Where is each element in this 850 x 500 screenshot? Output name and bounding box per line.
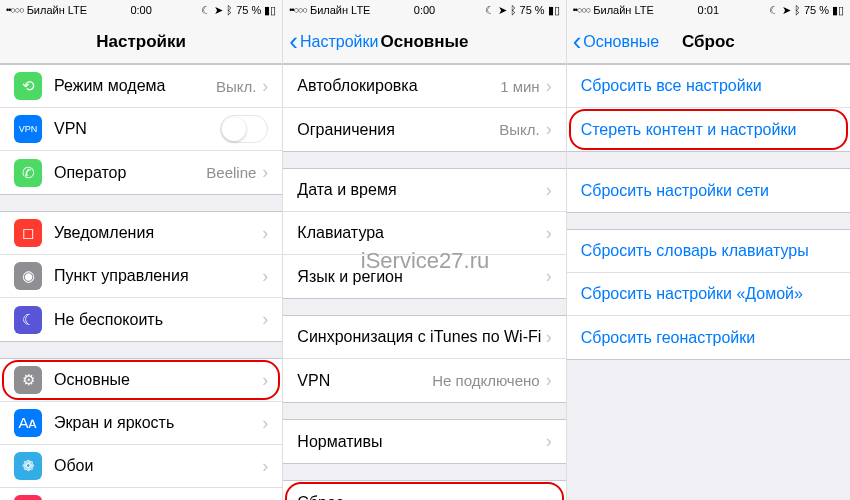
settings-group: Синхронизация с iTunes по Wi-Fi›VPNНе по… [283, 315, 565, 403]
row-label: Сбросить все настройки [581, 77, 836, 95]
settings-row[interactable]: VPNНе подключено› [283, 359, 565, 402]
dnd-status-icon: ☾ [201, 4, 211, 17]
row-value: Выкл. [499, 121, 539, 138]
back-label: Основные [583, 33, 659, 51]
settings-group: Сбросить словарь клавиатурыСбросить наст… [567, 229, 850, 360]
row-label: Сбросить словарь клавиатуры [581, 242, 836, 260]
settings-list: Автоблокировка1 мин›ОграниченияВыкл.›Дат… [283, 64, 565, 500]
settings-row[interactable]: Сбросить словарь клавиатуры [567, 230, 850, 273]
row-label: Обои [54, 457, 262, 475]
row-label: Автоблокировка [297, 77, 500, 95]
settings-row[interactable]: Сбросить геонастройки [567, 316, 850, 359]
status-bar: ••○○○БилайнLTE0:00☾➤ᛒ75 %▮▯ [283, 0, 565, 20]
chevron-right-icon: › [262, 223, 268, 244]
nav-bar: ‹НастройкиОсновные [283, 20, 565, 64]
carrier-label: Билайн [593, 4, 631, 16]
row-label: Сброс [297, 494, 545, 501]
carrier-label: Билайн [27, 4, 65, 16]
chevron-right-icon: › [262, 370, 268, 391]
chevron-right-icon: › [262, 413, 268, 434]
chevron-left-icon: ‹ [289, 26, 298, 57]
status-bar: ••○○○БилайнLTE0:00☾➤ᛒ75 %▮▯ [0, 0, 282, 20]
settings-row[interactable]: VPNVPN [0, 108, 282, 151]
settings-row[interactable]: ⚙Основные› [0, 359, 282, 402]
settings-row[interactable]: Сбросить настройки «Домой» [567, 273, 850, 316]
row-label: Пункт управления [54, 267, 262, 285]
wallpaper-icon: ❁ [14, 452, 42, 480]
signal-icon: ••○○○ [6, 5, 24, 15]
row-label: VPN [297, 372, 432, 390]
row-label: Оператор [54, 164, 206, 182]
settings-group: Автоблокировка1 мин›ОграниченияВыкл.› [283, 64, 565, 152]
bluetooth-icon: ᛒ [226, 4, 233, 16]
settings-row[interactable]: Сбросить все настройки [567, 65, 850, 108]
settings-row[interactable]: ОграниченияВыкл.› [283, 108, 565, 151]
chevron-right-icon: › [262, 456, 268, 477]
settings-row[interactable]: ☾Не беспокоить› [0, 298, 282, 341]
chevron-right-icon: › [546, 223, 552, 244]
row-label: Дата и время [297, 181, 545, 199]
settings-row[interactable]: Стереть контент и настройки [567, 108, 850, 151]
chevron-right-icon: › [262, 309, 268, 330]
row-value: 1 мин [500, 78, 540, 95]
chevron-right-icon: › [546, 119, 552, 140]
nav-bar: Настройки [0, 20, 282, 64]
status-time: 0:01 [698, 4, 719, 16]
row-label: Режим модема [54, 77, 216, 95]
panel-0: ••○○○БилайнLTE0:00☾➤ᛒ75 %▮▯Настройки⟲Реж… [0, 0, 283, 500]
settings-row[interactable]: Синхронизация с iTunes по Wi-Fi› [283, 316, 565, 359]
dnd-icon: ☾ [14, 306, 42, 334]
battery-label: 75 % [520, 4, 545, 16]
battery-label: 75 % [804, 4, 829, 16]
signal-icon: ••○○○ [289, 5, 307, 15]
chevron-right-icon: › [546, 370, 552, 391]
row-label: Уведомления [54, 224, 262, 242]
row-label: Основные [54, 371, 262, 389]
settings-row[interactable]: Дата и время› [283, 169, 565, 212]
row-label: Нормативы [297, 433, 545, 451]
row-label: Сбросить настройки «Домой» [581, 285, 836, 303]
general-icon: ⚙ [14, 366, 42, 394]
settings-group: Сброс› [283, 480, 565, 500]
status-bar: ••○○○БилайнLTE0:01☾➤ᛒ75 %▮▯ [567, 0, 850, 20]
settings-row[interactable]: ✆ОператорBeeline› [0, 151, 282, 194]
settings-row[interactable]: ⟲Режим модемаВыкл.› [0, 65, 282, 108]
row-value: Beeline [206, 164, 256, 181]
status-time: 0:00 [130, 4, 151, 16]
settings-row[interactable]: Автоблокировка1 мин› [283, 65, 565, 108]
settings-row[interactable]: AᴀЭкран и яркость› [0, 402, 282, 445]
settings-row[interactable]: ◻Уведомления› [0, 212, 282, 255]
settings-row[interactable]: Сброс› [283, 481, 565, 500]
bluetooth-icon: ᛒ [510, 4, 517, 16]
settings-row[interactable]: Клавиатура› [283, 212, 565, 255]
row-label: Сбросить настройки сети [581, 182, 836, 200]
settings-group: Сбросить настройки сети [567, 168, 850, 213]
back-button[interactable]: ‹Настройки [289, 26, 378, 57]
settings-row[interactable]: ♪Звуки› [0, 488, 282, 500]
network-label: LTE [351, 4, 370, 16]
chevron-right-icon: › [262, 76, 268, 97]
sounds-icon: ♪ [14, 495, 42, 500]
display-icon: Aᴀ [14, 409, 42, 437]
panel-2: ••○○○БилайнLTE0:01☾➤ᛒ75 %▮▯‹ОсновныеСбро… [567, 0, 850, 500]
hotspot-icon: ⟲ [14, 72, 42, 100]
settings-row[interactable]: Язык и регион› [283, 255, 565, 298]
chevron-right-icon: › [262, 266, 268, 287]
carrier-label: Билайн [310, 4, 348, 16]
control-center-icon: ◉ [14, 262, 42, 290]
battery-icon: ▮▯ [548, 4, 560, 17]
settings-row[interactable]: ◉Пункт управления› [0, 255, 282, 298]
nav-bar: ‹ОсновныеСброс [567, 20, 850, 64]
location-icon: ➤ [782, 4, 791, 17]
toggle-switch[interactable] [220, 115, 268, 143]
dnd-status-icon: ☾ [485, 4, 495, 17]
settings-row[interactable]: Сбросить настройки сети [567, 169, 850, 212]
row-label: Синхронизация с iTunes по Wi-Fi [297, 328, 545, 346]
settings-row[interactable]: ❁Обои› [0, 445, 282, 488]
settings-row[interactable]: Нормативы› [283, 420, 565, 463]
settings-group: ◻Уведомления›◉Пункт управления›☾Не беспо… [0, 211, 282, 342]
settings-group: Дата и время›Клавиатура›Язык и регион› [283, 168, 565, 299]
settings-list: ⟲Режим модемаВыкл.›VPNVPN✆ОператорBeelin… [0, 64, 282, 500]
back-button[interactable]: ‹Основные [573, 26, 660, 57]
settings-list: Сбросить все настройкиСтереть контент и … [567, 64, 850, 500]
